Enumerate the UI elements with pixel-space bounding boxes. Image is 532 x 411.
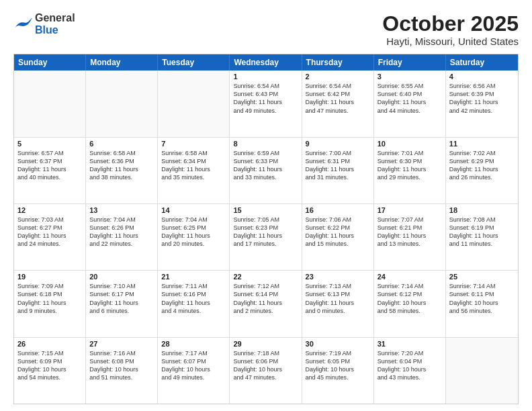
calendar-day-empty <box>86 71 158 136</box>
calendar-day-18: 18Sunrise: 7:08 AM Sunset: 6:19 PM Dayli… <box>446 204 518 270</box>
day-info: Sunrise: 7:05 AM Sunset: 6:23 PM Dayligh… <box>233 216 298 248</box>
day-info: Sunrise: 6:58 AM Sunset: 6:34 PM Dayligh… <box>161 149 226 182</box>
day-info: Sunrise: 7:14 AM Sunset: 6:12 PM Dayligh… <box>378 282 442 315</box>
calendar-day-1: 1Sunrise: 6:54 AM Sunset: 6:43 PM Daylig… <box>230 71 302 136</box>
day-number: 24 <box>378 273 442 281</box>
day-info: Sunrise: 7:01 AM Sunset: 6:30 PM Dayligh… <box>378 149 442 182</box>
day-info: Sunrise: 7:15 AM Sunset: 6:09 PM Dayligh… <box>17 349 82 382</box>
day-header-monday: Monday <box>86 54 158 71</box>
calendar-day-13: 13Sunrise: 7:04 AM Sunset: 6:26 PM Dayli… <box>86 204 158 270</box>
day-number: 31 <box>378 340 442 348</box>
day-info: Sunrise: 7:07 AM Sunset: 6:21 PM Dayligh… <box>378 216 442 248</box>
page: General Blue October 2025 Hayti, Missour… <box>0 0 532 411</box>
day-info: Sunrise: 6:57 AM Sunset: 6:37 PM Dayligh… <box>17 149 82 182</box>
calendar-subtitle: Hayti, Missouri, United States <box>382 36 519 47</box>
day-header-friday: Friday <box>374 54 446 71</box>
day-number: 12 <box>17 206 82 214</box>
day-number: 23 <box>306 273 370 281</box>
calendar-week-2: 12Sunrise: 7:03 AM Sunset: 6:27 PM Dayli… <box>14 203 518 270</box>
calendar-day-30: 30Sunrise: 7:19 AM Sunset: 6:05 PM Dayli… <box>302 338 374 404</box>
day-info: Sunrise: 7:17 AM Sunset: 6:07 PM Dayligh… <box>161 349 226 382</box>
day-number: 27 <box>89 340 154 348</box>
day-number: 25 <box>449 273 515 281</box>
day-number: 13 <box>89 206 154 214</box>
calendar-day-25: 25Sunrise: 7:14 AM Sunset: 6:11 PM Dayli… <box>446 271 518 336</box>
day-number: 28 <box>161 340 226 348</box>
calendar-day-5: 5Sunrise: 6:57 AM Sunset: 6:37 PM Daylig… <box>14 138 86 203</box>
calendar-day-empty <box>158 71 230 136</box>
day-number: 9 <box>306 140 370 148</box>
day-header-tuesday: Tuesday <box>158 54 230 71</box>
day-number: 18 <box>449 206 515 214</box>
day-number: 16 <box>306 206 370 214</box>
day-number: 6 <box>89 140 154 148</box>
day-number: 26 <box>17 340 82 348</box>
day-number: 15 <box>233 206 298 214</box>
day-info: Sunrise: 7:20 AM Sunset: 6:04 PM Dayligh… <box>378 349 442 382</box>
day-info: Sunrise: 7:19 AM Sunset: 6:05 PM Dayligh… <box>306 349 370 382</box>
day-info: Sunrise: 7:12 AM Sunset: 6:14 PM Dayligh… <box>233 282 298 315</box>
day-number: 14 <box>161 206 226 214</box>
calendar-header: SundayMondayTuesdayWednesdayThursdayFrid… <box>14 54 518 71</box>
day-info: Sunrise: 7:18 AM Sunset: 6:06 PM Dayligh… <box>233 349 298 382</box>
day-number: 21 <box>161 273 226 281</box>
day-number: 2 <box>306 73 370 81</box>
day-number: 11 <box>449 140 515 148</box>
day-info: Sunrise: 7:16 AM Sunset: 6:08 PM Dayligh… <box>89 349 154 382</box>
header: General Blue October 2025 Hayti, Missour… <box>13 12 519 47</box>
day-info: Sunrise: 7:08 AM Sunset: 6:19 PM Dayligh… <box>449 216 515 248</box>
day-info: Sunrise: 6:55 AM Sunset: 6:40 PM Dayligh… <box>378 82 442 115</box>
day-info: Sunrise: 7:13 AM Sunset: 6:13 PM Dayligh… <box>306 282 370 315</box>
calendar-week-1: 5Sunrise: 6:57 AM Sunset: 6:37 PM Daylig… <box>14 137 518 203</box>
logo-bird-icon <box>13 17 32 32</box>
calendar-week-0: 1Sunrise: 6:54 AM Sunset: 6:43 PM Daylig… <box>14 71 518 136</box>
day-number: 4 <box>449 73 515 81</box>
day-info: Sunrise: 6:58 AM Sunset: 6:36 PM Dayligh… <box>89 149 154 182</box>
day-number: 8 <box>233 140 298 148</box>
day-number: 20 <box>89 273 154 281</box>
calendar-day-26: 26Sunrise: 7:15 AM Sunset: 6:09 PM Dayli… <box>14 338 86 404</box>
calendar-week-3: 19Sunrise: 7:09 AM Sunset: 6:18 PM Dayli… <box>14 270 518 336</box>
day-number: 5 <box>17 140 82 148</box>
calendar-day-11: 11Sunrise: 7:02 AM Sunset: 6:29 PM Dayli… <box>446 138 518 203</box>
day-number: 29 <box>233 340 298 348</box>
day-info: Sunrise: 7:04 AM Sunset: 6:26 PM Dayligh… <box>89 216 154 248</box>
calendar: SundayMondayTuesdayWednesdayThursdayFrid… <box>13 54 519 404</box>
calendar-title: October 2025 <box>382 12 519 36</box>
day-number: 19 <box>17 273 82 281</box>
day-info: Sunrise: 7:02 AM Sunset: 6:29 PM Dayligh… <box>449 149 515 182</box>
calendar-day-14: 14Sunrise: 7:04 AM Sunset: 6:25 PM Dayli… <box>158 204 230 270</box>
calendar-day-4: 4Sunrise: 6:56 AM Sunset: 6:39 PM Daylig… <box>446 71 518 136</box>
calendar-day-16: 16Sunrise: 7:06 AM Sunset: 6:22 PM Dayli… <box>302 204 374 270</box>
logo-blue-text: Blue <box>35 24 58 36</box>
day-number: 22 <box>233 273 298 281</box>
calendar-day-10: 10Sunrise: 7:01 AM Sunset: 6:30 PM Dayli… <box>374 138 446 203</box>
day-header-wednesday: Wednesday <box>230 54 302 71</box>
day-info: Sunrise: 7:14 AM Sunset: 6:11 PM Dayligh… <box>449 282 515 315</box>
day-number: 10 <box>378 140 442 148</box>
calendar-day-22: 22Sunrise: 7:12 AM Sunset: 6:14 PM Dayli… <box>230 271 302 336</box>
calendar-day-20: 20Sunrise: 7:10 AM Sunset: 6:17 PM Dayli… <box>86 271 158 336</box>
day-info: Sunrise: 7:10 AM Sunset: 6:17 PM Dayligh… <box>89 282 154 315</box>
calendar-day-7: 7Sunrise: 6:58 AM Sunset: 6:34 PM Daylig… <box>158 138 230 203</box>
calendar-day-2: 2Sunrise: 6:54 AM Sunset: 6:42 PM Daylig… <box>302 71 374 136</box>
day-info: Sunrise: 7:00 AM Sunset: 6:31 PM Dayligh… <box>306 149 370 182</box>
calendar-day-27: 27Sunrise: 7:16 AM Sunset: 6:08 PM Dayli… <box>86 338 158 404</box>
calendar-day-29: 29Sunrise: 7:18 AM Sunset: 6:06 PM Dayli… <box>230 338 302 404</box>
calendar-day-17: 17Sunrise: 7:07 AM Sunset: 6:21 PM Dayli… <box>374 204 446 270</box>
calendar-day-6: 6Sunrise: 6:58 AM Sunset: 6:36 PM Daylig… <box>86 138 158 203</box>
day-info: Sunrise: 7:11 AM Sunset: 6:16 PM Dayligh… <box>161 282 226 315</box>
day-info: Sunrise: 7:03 AM Sunset: 6:27 PM Dayligh… <box>17 216 82 248</box>
calendar-day-23: 23Sunrise: 7:13 AM Sunset: 6:13 PM Dayli… <box>302 271 374 336</box>
calendar-day-9: 9Sunrise: 7:00 AM Sunset: 6:31 PM Daylig… <box>302 138 374 203</box>
day-info: Sunrise: 6:59 AM Sunset: 6:33 PM Dayligh… <box>233 149 298 182</box>
day-info: Sunrise: 6:54 AM Sunset: 6:42 PM Dayligh… <box>306 82 370 115</box>
logo-general-text: General <box>35 12 75 24</box>
day-number: 7 <box>161 140 226 148</box>
day-header-sunday: Sunday <box>14 54 86 71</box>
day-header-saturday: Saturday <box>446 54 518 71</box>
day-number: 3 <box>378 73 442 81</box>
day-number: 17 <box>378 206 442 214</box>
calendar-day-3: 3Sunrise: 6:55 AM Sunset: 6:40 PM Daylig… <box>374 71 446 136</box>
day-info: Sunrise: 6:56 AM Sunset: 6:39 PM Dayligh… <box>449 82 515 115</box>
